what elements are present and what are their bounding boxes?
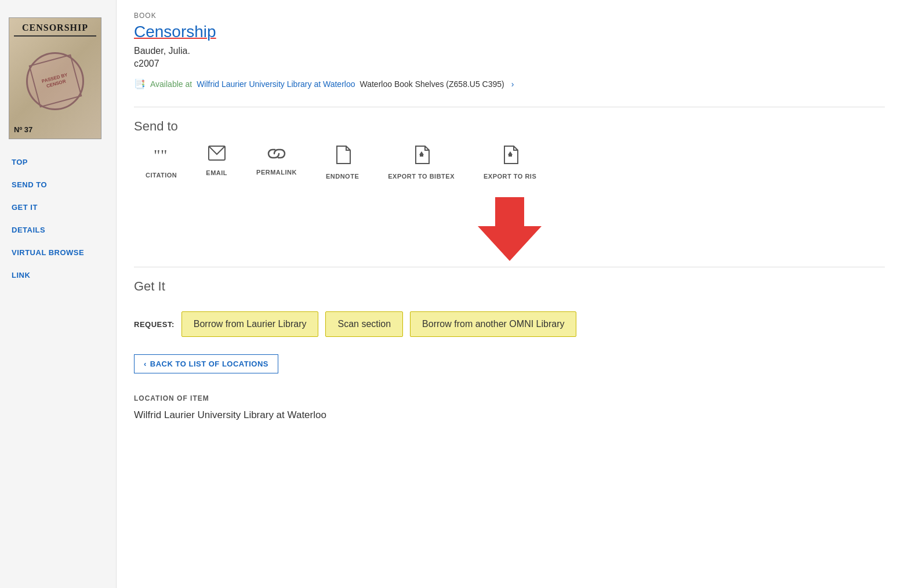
send-to-permalink[interactable]: PERMALINK [256,146,297,176]
sidebar: CENSORSHIP PASSED BYCENSOR Nº 37 TOP SEN… [0,0,116,588]
send-to-title: Send to [134,119,885,134]
chevron-right-icon: › [511,79,514,89]
send-to-citation[interactable]: " " CITATION [146,146,177,179]
availability-library-link[interactable]: Wilfrid Laurier University Library at Wa… [197,79,355,89]
send-to-email[interactable]: EMAIL [206,146,227,176]
send-to-section: Send to " " CITATION [134,107,885,180]
sidebar-item-get-it[interactable]: GET IT [0,196,116,219]
chevron-left-icon: ‹ [144,360,147,368]
availability-row: 📑 Available at Wilfrid Laurier Universit… [134,78,885,89]
sidebar-item-details[interactable]: DETAILS [0,219,116,241]
endnote-icon [335,146,351,168]
book-type: BOOK [134,12,885,20]
svg-text:": " [154,146,160,163]
permalink-label: PERMALINK [256,169,297,176]
bibtex-label: EXPORT TO BIBTEX [388,173,455,180]
send-to-icons: " " CITATION EMAIL [134,146,885,180]
cover-title: CENSORSHIP [14,23,96,37]
cover-stamp: PASSED BYCENSOR [26,52,84,110]
get-it-title: Get It [134,279,885,294]
get-it-section: Get It REQUEST: Borrow from Laurier Libr… [134,267,885,421]
citation-icon: " " [152,146,170,167]
email-icon [208,146,226,165]
ris-export-icon [502,146,518,168]
book-title[interactable]: Censorship [134,23,885,41]
book-cover: CENSORSHIP PASSED BYCENSOR Nº 37 [9,17,101,139]
book-year: c2007 [134,59,885,69]
email-label: EMAIL [206,169,227,176]
availability-location: Waterloo Book Shelves (Z658.U5 C395) [359,79,504,89]
request-label: REQUEST: [134,320,175,329]
permalink-icon [267,146,286,164]
red-arrow-indicator [134,197,885,261]
sidebar-item-link[interactable]: LINK [0,264,116,286]
location-name: Wilfrid Laurier University Library at Wa… [134,409,885,421]
sidebar-nav: TOP SEND TO GET IT DETAILS VIRTUAL BROWS… [0,151,116,286]
book-info: BOOK Censorship Bauder, Julia. c2007 📑 A… [134,12,885,89]
back-button-label: BACK TO LIST OF LOCATIONS [150,360,268,368]
cover-number: Nº 37 [14,125,32,134]
borrow-laurier-button[interactable]: Borrow from Laurier Library [181,311,319,337]
endnote-label: ENDNOTE [326,173,359,180]
availability-icon: 📑 [134,78,146,89]
availability-text: Available at [150,79,192,89]
send-to-bibtex[interactable]: EXPORT TO BIBTEX [388,146,455,180]
send-to-ris[interactable]: EXPORT TO RIS [484,146,536,180]
sidebar-item-top[interactable]: TOP [0,151,116,173]
svg-marker-7 [478,197,542,261]
sidebar-item-send-to[interactable]: SEND TO [0,173,116,196]
borrow-omni-button[interactable]: Borrow from another OMNI Library [410,311,576,337]
book-author: Bauder, Julia. [134,46,885,56]
svg-rect-4 [420,154,423,157]
main-content: BOOK Censorship Bauder, Julia. c2007 📑 A… [116,0,908,588]
citation-label: CITATION [146,172,177,179]
sidebar-item-virtual-browse[interactable]: VIRTUAL BROWSE [0,241,116,264]
back-to-locations-button[interactable]: ‹ BACK TO LIST OF LOCATIONS [134,354,278,373]
location-section-title: LOCATION OF ITEM [134,394,885,402]
request-row: REQUEST: Borrow from Laurier Library Sca… [134,306,885,337]
bibtex-export-icon [413,146,430,168]
ris-label: EXPORT TO RIS [484,173,536,180]
send-to-endnote[interactable]: ENDNOTE [326,146,359,180]
svg-rect-6 [509,154,512,157]
svg-text:": " [161,146,167,163]
scan-section-button[interactable]: Scan section [325,311,403,337]
